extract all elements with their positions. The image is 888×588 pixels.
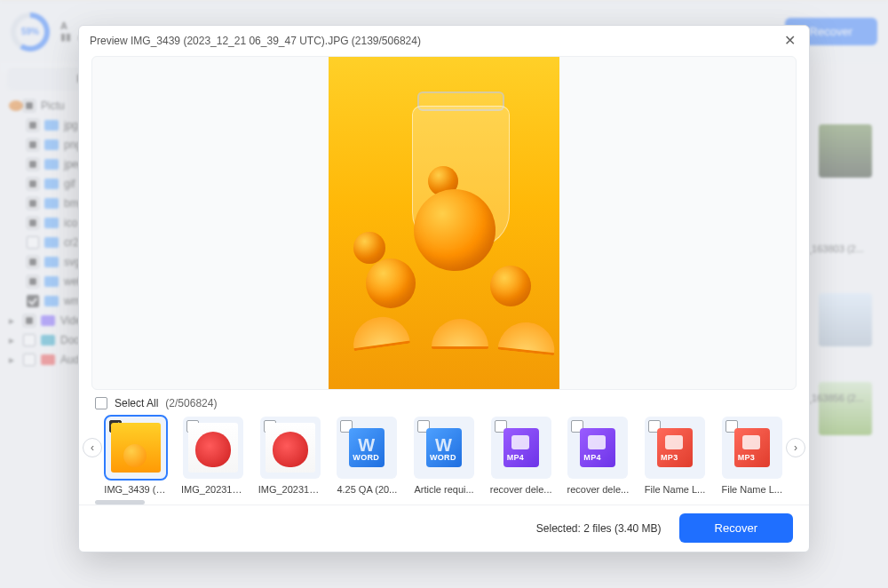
recover-button[interactable]: Recover <box>679 513 793 543</box>
thumbnail-image <box>111 423 161 473</box>
thumbnail-label: 4.25 QA (20... <box>335 484 399 495</box>
word-file-icon: WORD <box>426 428 462 467</box>
thumbnail-item[interactable]: WORD4.25 QA (20... <box>335 417 400 495</box>
thumbnail-image <box>266 423 315 473</box>
thumbnail-item[interactable]: IMG_3439 (2... <box>104 417 169 495</box>
close-dialog-icon[interactable]: ✕ <box>781 32 798 49</box>
thumbnail-label: recover dele... <box>489 484 553 495</box>
thumbnail-carousel: IMG_3439 (2...IMG_202311...IMG_202311...… <box>104 413 784 498</box>
thumbnail-label: IMG_3439 (2... <box>104 484 168 495</box>
thumbnail-label: recover dele... <box>566 484 630 495</box>
thumbnail-label: File Name L... <box>643 484 707 495</box>
thumbnail-item[interactable]: MP4recover dele... <box>566 417 630 495</box>
thumbnail-item[interactable]: IMG_202311... <box>258 417 322 495</box>
thumbnail-item[interactable]: WORDArticle requi... <box>412 417 477 495</box>
select-all-count: (2/506824) <box>165 397 217 409</box>
thumbnail-label: Article requi... <box>412 484 476 495</box>
thumbnail-item[interactable]: MP4recover dele... <box>488 417 553 495</box>
mp4-file-icon: MP4 <box>580 428 615 467</box>
thumbnail-item[interactable]: MP3File Name L... <box>719 417 784 495</box>
thumbnail-item[interactable]: MP3File Name L... <box>643 417 708 495</box>
carousel-prev-button[interactable]: ‹ <box>83 438 102 457</box>
select-all-checkbox[interactable] <box>95 397 107 409</box>
preview-area <box>91 56 797 390</box>
thumbnail-item[interactable]: IMG_202311... <box>181 417 246 495</box>
preview-image <box>329 56 559 390</box>
preview-dialog: Preview IMG_3439 (2023_12_21 06_39_47 UT… <box>78 25 810 552</box>
carousel-next-button[interactable]: › <box>786 438 805 457</box>
thumbnail-image <box>188 423 238 473</box>
preview-title: Preview IMG_3439 (2023_12_21 06_39_47 UT… <box>90 35 421 47</box>
select-all-label: Select All <box>115 397 158 409</box>
thumbnail-label: File Name L... <box>720 484 784 495</box>
mp3-file-icon: MP3 <box>734 428 770 467</box>
modal-selected-text: Selected: 2 files (3.40 MB) <box>536 522 662 535</box>
mp4-file-icon: MP4 <box>503 428 539 467</box>
thumbnail-label: IMG_202311... <box>258 484 322 495</box>
thumbnail-label: IMG_202311... <box>181 484 245 495</box>
word-file-icon: WORD <box>349 428 385 467</box>
mp3-file-icon: MP3 <box>657 428 693 467</box>
